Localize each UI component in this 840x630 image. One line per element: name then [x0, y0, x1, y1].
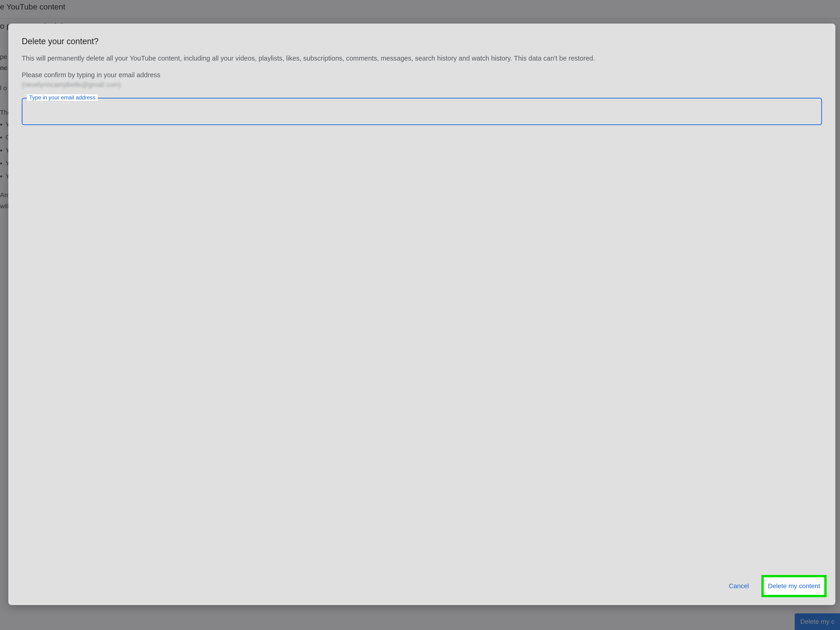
- dialog-title: Delete your content?: [22, 36, 822, 46]
- confirm-prompt: Please confirm by typing in your email a…: [22, 70, 822, 80]
- modal-backdrop: Delete your content? This will permanent…: [0, 0, 840, 630]
- email-input[interactable]: [22, 98, 822, 125]
- cancel-button[interactable]: Cancel: [726, 579, 752, 592]
- redacted-email: (nevelynncampbelle@gmail.com): [22, 81, 121, 88]
- delete-my-content-button[interactable]: Delete my content: [768, 583, 820, 590]
- delete-content-dialog: Delete your content? This will permanent…: [8, 24, 835, 605]
- email-field-label: Type in your email address: [27, 94, 98, 101]
- dialog-description: This will permanently delete all your Yo…: [22, 53, 822, 63]
- instruction-highlight: Delete my content: [761, 575, 827, 597]
- dialog-actions: Cancel Delete my content: [726, 575, 827, 597]
- email-field-wrap: Type in your email address: [22, 98, 822, 125]
